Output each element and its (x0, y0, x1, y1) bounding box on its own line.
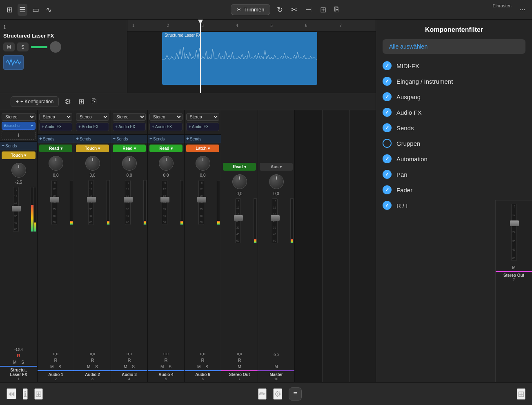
ch5-m-btn[interactable]: M (159, 364, 165, 369)
pencil-icon[interactable]: ✏ (258, 388, 267, 400)
side-fader-thumb[interactable] (510, 220, 519, 226)
path-icon[interactable]: ∿ (44, 4, 53, 16)
ch6-m-btn[interactable]: M (196, 364, 202, 369)
ch5-fader-thumb[interactable] (160, 197, 169, 202)
ch2-sends-label[interactable]: Sends (43, 137, 54, 141)
ch4-s-btn[interactable]: S (131, 364, 136, 369)
ch5-s-btn[interactable]: S (167, 364, 173, 369)
piano-icon[interactable]: ⊞ (517, 388, 525, 400)
filter-audio-fx[interactable]: ✓ Audio FX (383, 106, 525, 118)
ch5-mode[interactable]: Read ▾ (149, 145, 183, 152)
ch3-audio-fx[interactable]: + Audio FX (76, 122, 109, 131)
ch1-stereo-select[interactable]: Stereo (2, 113, 36, 121)
filter-pan-checkbox[interactable]: ✓ (383, 170, 392, 179)
filter-midi-fx[interactable]: ✓ MIDI-FX (383, 60, 525, 72)
filter-fader-checkbox[interactable]: ✓ (383, 185, 392, 194)
settings-icon[interactable]: ⏮ (7, 388, 16, 399)
ch6-s-btn[interactable]: S (204, 364, 209, 369)
ch5-knob[interactable] (159, 156, 174, 171)
ch3-s-btn[interactable]: S (94, 364, 99, 369)
mixer-copy-icon[interactable]: ⎘ (90, 96, 98, 107)
ch3-sends-plus[interactable]: + (76, 136, 79, 142)
filter-eingang-checkbox[interactable]: ✓ (383, 77, 392, 86)
filter-ausgang[interactable]: ✓ Ausgang (383, 91, 525, 103)
ch5-audio-fx[interactable]: + Audio FX (149, 122, 183, 131)
loop-icon[interactable]: ↻ (275, 4, 285, 16)
ch4-audio-fx[interactable]: + Audio FX (113, 122, 146, 131)
ch6-r-btn[interactable]: R (185, 357, 221, 363)
ch3-m-btn[interactable]: M (86, 364, 91, 369)
ch1-mode[interactable]: Touch ▾ (2, 151, 36, 159)
ch6-mode[interactable]: Latch ▾ (186, 145, 219, 152)
ch2-knob[interactable] (49, 156, 63, 171)
ch2-stereo-select[interactable]: Stereo (39, 113, 72, 121)
playhead[interactable] (200, 20, 201, 93)
ch5-r-btn[interactable]: R (148, 357, 184, 363)
layout-icon[interactable]: ⊞ (34, 388, 43, 400)
filter-pan[interactable]: ✓ Pan (383, 168, 525, 180)
ch3-stereo-select[interactable]: Stereo (76, 113, 109, 121)
ch6-sends-label[interactable]: Sends (190, 137, 201, 141)
config-button[interactable]: + + Konfiguration (11, 96, 59, 107)
ch5-sends-label[interactable]: Sends (153, 137, 165, 141)
ch6-audio-fx[interactable]: + Audio FX (186, 122, 219, 131)
ch8-knob[interactable] (269, 174, 284, 189)
mute-button[interactable]: M (3, 42, 15, 51)
ch2-mode[interactable]: Read ▾ (39, 145, 72, 152)
ch2-audio-fx[interactable]: + Audio FX (39, 122, 72, 131)
side-m-btn[interactable]: M (511, 265, 516, 270)
ch4-r-btn[interactable]: R (111, 357, 147, 363)
ch4-stereo-select[interactable]: Stereo (113, 113, 146, 121)
filter-fader[interactable]: ✓ Fader (383, 184, 525, 196)
ch1-sends-plus[interactable]: + (2, 143, 4, 149)
filter-gruppen-checkbox[interactable] (383, 139, 392, 148)
ch2-fader-thumb[interactable] (50, 197, 59, 202)
record-button[interactable] (50, 41, 61, 53)
ch3-fader-thumb[interactable] (87, 197, 96, 202)
info-icon[interactable]: ℹ (23, 388, 28, 400)
grid-icon[interactable]: ⊞ (5, 4, 14, 16)
ch7-r-btn[interactable]: R (221, 357, 258, 363)
ch2-s-btn[interactable]: S (57, 364, 62, 369)
filter-automation-checkbox[interactable]: ✓ (383, 154, 392, 163)
filter-eingang[interactable]: ✓ Eingang / Instrument (383, 75, 525, 87)
ch5-sends-plus[interactable]: + (149, 136, 152, 142)
ch1-r-btn[interactable]: R (0, 352, 37, 359)
ch8-m-btn[interactable]: M (273, 364, 279, 369)
filter-gruppen[interactable]: Gruppen (383, 137, 525, 149)
ch8-fader-thumb[interactable] (271, 215, 280, 221)
trimmen-button[interactable]: ✂ Trimmen (231, 4, 271, 15)
ch7-m-btn[interactable]: M (236, 364, 242, 369)
mixer-eq-icon[interactable]: ⚙ (63, 96, 73, 108)
ch3-sends-label[interactable]: Sends (80, 137, 91, 141)
ch1-fader-thumb[interactable] (12, 206, 21, 211)
filter-automation[interactable]: ✓ Automation (383, 153, 525, 165)
ch1-s-btn[interactable]: S (20, 360, 25, 365)
ch7-fader-thumb[interactable] (234, 215, 243, 221)
ch4-mode[interactable]: Read ▾ (113, 145, 146, 152)
split-icon[interactable]: ⊣ (304, 4, 314, 16)
ch6-fader-thumb[interactable] (197, 197, 206, 202)
ch4-fader-thumb[interactable] (124, 197, 133, 202)
ch1-add-plugin[interactable]: + (2, 131, 36, 140)
monitor-icon[interactable]: ▭ (31, 4, 41, 16)
ch2-sends-plus[interactable]: + (39, 136, 42, 142)
filter-sends[interactable]: ✓ Sends (383, 122, 525, 134)
ch5-stereo-select[interactable]: Stereo (149, 113, 183, 121)
ch1-plugin[interactable]: Bitcrusher ▾ (2, 122, 36, 130)
solo-button[interactable]: S (17, 42, 29, 51)
ch1-knob[interactable] (11, 163, 26, 178)
ch6-knob[interactable] (196, 156, 210, 171)
ch6-stereo-select[interactable]: Stereo (186, 113, 219, 121)
list-icon[interactable]: ☰ (18, 4, 27, 16)
filter-ri-checkbox[interactable]: ✓ (383, 201, 392, 210)
filter-sends-checkbox[interactable]: ✓ (383, 123, 392, 132)
scissor-icon[interactable]: ✂ (289, 4, 299, 16)
ch8-mode[interactable]: Aus ▾ (260, 163, 293, 171)
ch4-m-btn[interactable]: M (122, 364, 128, 369)
channels-scroll[interactable]: Stereo Bitcrusher ▾ + + Sends Touch (0, 110, 323, 382)
mixer-icon-btn[interactable]: ≡ (289, 387, 301, 401)
gear-icon[interactable]: ⚙ (273, 388, 282, 400)
ch3-r-btn[interactable]: R (74, 357, 111, 363)
ch1-sends-label[interactable]: Sends (5, 144, 17, 148)
